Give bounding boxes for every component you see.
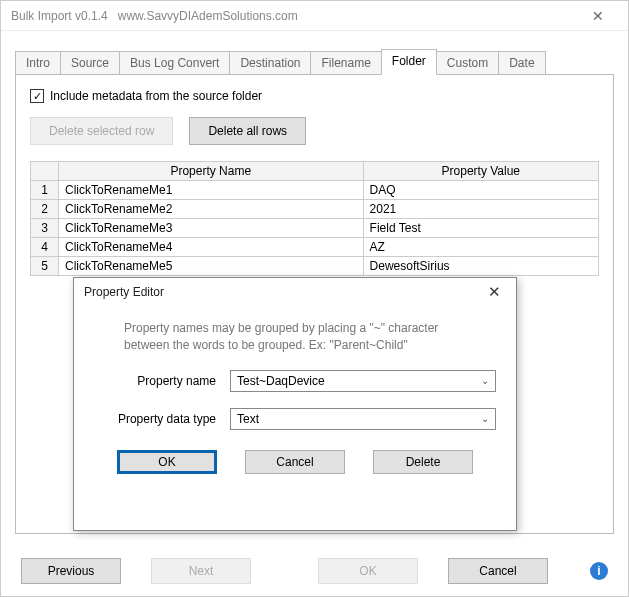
tab-date[interactable]: Date — [498, 51, 545, 75]
previous-button[interactable]: Previous — [21, 558, 121, 584]
table-row[interactable]: 2 ClickToRenameMe2 2021 — [31, 200, 599, 219]
ok-button[interactable]: OK — [318, 558, 418, 584]
dialog-title: Property Editor — [84, 285, 164, 299]
tab-custom[interactable]: Custom — [436, 51, 499, 75]
titlebar: Bulk Import v0.1.4 www.SavvyDIAdemSoluti… — [1, 1, 628, 31]
delete-selected-button[interactable]: Delete selected row — [30, 117, 173, 145]
row-num: 5 — [31, 257, 59, 276]
cell-value[interactable]: 2021 — [363, 200, 598, 219]
dialog-button-row: OK Cancel Delete — [74, 438, 516, 486]
properties-grid: Property Name Property Value 1 ClickToRe… — [30, 161, 599, 276]
table-row[interactable]: 4 ClickToRenameMe4 AZ — [31, 238, 599, 257]
table-row[interactable]: 5 ClickToRenameMe5 DewesoftSirius — [31, 257, 599, 276]
info-icon[interactable]: i — [590, 562, 608, 580]
dialog-titlebar: Property Editor ✕ — [74, 278, 516, 306]
col-property-name: Property Name — [59, 162, 364, 181]
tab-destination[interactable]: Destination — [229, 51, 311, 75]
delete-all-button[interactable]: Delete all rows — [189, 117, 306, 145]
cell-value[interactable]: AZ — [363, 238, 598, 257]
tab-buslog[interactable]: Bus Log Convert — [119, 51, 230, 75]
cell-name[interactable]: ClickToRenameMe4 — [59, 238, 364, 257]
tab-folder[interactable]: Folder — [381, 49, 437, 75]
property-type-value: Text — [237, 412, 259, 426]
cell-value[interactable]: DewesoftSirius — [363, 257, 598, 276]
grid-corner — [31, 162, 59, 181]
property-name-row: Property name Test~DaqDevice ⌄ — [74, 362, 516, 400]
property-name-value: Test~DaqDevice — [237, 374, 325, 388]
dialog-cancel-button[interactable]: Cancel — [245, 450, 345, 474]
wizard-bottom-bar: Previous Next OK Cancel i — [21, 558, 608, 584]
property-name-label: Property name — [94, 374, 230, 388]
chevron-down-icon: ⌄ — [481, 413, 489, 424]
dialog-close-icon[interactable]: ✕ — [482, 283, 506, 301]
row-num: 2 — [31, 200, 59, 219]
include-metadata-row: ✓ Include metadata from the source folde… — [30, 89, 599, 103]
include-metadata-label: Include metadata from the source folder — [50, 89, 262, 103]
tab-intro[interactable]: Intro — [15, 51, 61, 75]
row-num: 1 — [31, 181, 59, 200]
window-title: Bulk Import v0.1.4 — [11, 9, 108, 23]
button-row: Delete selected row Delete all rows — [30, 117, 599, 145]
window-url: www.SavvyDIAdemSolutions.com — [118, 9, 578, 23]
dialog-hint: Property names may be grouped by placing… — [74, 306, 516, 362]
cell-value[interactable]: DAQ — [363, 181, 598, 200]
next-button[interactable]: Next — [151, 558, 251, 584]
dialog-delete-button[interactable]: Delete — [373, 450, 473, 474]
window-close-icon[interactable]: ✕ — [578, 8, 618, 24]
property-name-combo[interactable]: Test~DaqDevice ⌄ — [230, 370, 496, 392]
app-window: Bulk Import v0.1.4 www.SavvyDIAdemSoluti… — [0, 0, 629, 597]
tab-filename[interactable]: Filename — [310, 51, 381, 75]
include-metadata-checkbox[interactable]: ✓ — [30, 89, 44, 103]
cancel-button[interactable]: Cancel — [448, 558, 548, 584]
col-property-value: Property Value — [363, 162, 598, 181]
check-icon: ✓ — [33, 91, 42, 102]
row-num: 4 — [31, 238, 59, 257]
cell-value[interactable]: Field Test — [363, 219, 598, 238]
property-type-combo[interactable]: Text ⌄ — [230, 408, 496, 430]
row-num: 3 — [31, 219, 59, 238]
chevron-down-icon: ⌄ — [481, 375, 489, 386]
cell-name[interactable]: ClickToRenameMe1 — [59, 181, 364, 200]
cell-name[interactable]: ClickToRenameMe3 — [59, 219, 364, 238]
property-type-label: Property data type — [94, 412, 230, 426]
tabstrip: Intro Source Bus Log Convert Destination… — [15, 49, 614, 75]
dialog-ok-button[interactable]: OK — [117, 450, 217, 474]
cell-name[interactable]: ClickToRenameMe5 — [59, 257, 364, 276]
property-type-row: Property data type Text ⌄ — [74, 400, 516, 438]
hint-line2: between the words to be grouped. Ex: "Pa… — [124, 338, 408, 352]
table-row[interactable]: 1 ClickToRenameMe1 DAQ — [31, 181, 599, 200]
tab-source[interactable]: Source — [60, 51, 120, 75]
hint-line1: Property names may be grouped by placing… — [124, 321, 438, 335]
cell-name[interactable]: ClickToRenameMe2 — [59, 200, 364, 219]
table-row[interactable]: 3 ClickToRenameMe3 Field Test — [31, 219, 599, 238]
property-editor-dialog: Property Editor ✕ Property names may be … — [73, 277, 517, 531]
